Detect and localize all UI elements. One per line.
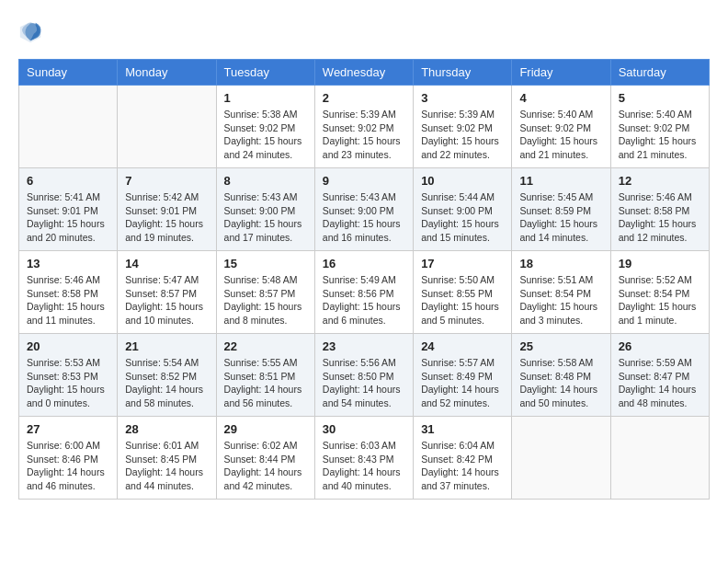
daylight-text: Daylight: 14 hours and 54 minutes. [323,384,401,408]
day-number: 19 [619,257,701,270]
calendar-cell: 31Sunrise: 6:04 AMSunset: 8:42 PMDayligh… [414,417,512,500]
calendar-table: SundayMondayTuesdayWednesdayThursdayFrid… [18,59,710,500]
sunrise-text: Sunrise: 6:03 AM [323,440,396,451]
daylight-text: Daylight: 15 hours and 16 minutes. [323,218,401,243]
sunrise-text: Sunrise: 5:52 AM [619,274,692,285]
day-number: 15 [224,257,307,270]
daylight-text: Daylight: 15 hours and 20 minutes. [27,218,105,243]
sunset-text: Sunset: 8:54 PM [619,288,690,299]
sunrise-text: Sunrise: 5:39 AM [323,109,396,120]
cell-content: Sunrise: 5:56 AMSunset: 8:50 PMDaylight:… [323,356,405,410]
sunset-text: Sunset: 9:00 PM [421,205,493,216]
sunset-text: Sunset: 9:00 PM [224,205,296,216]
daylight-text: Daylight: 15 hours and 8 minutes. [224,301,302,326]
cell-content: Sunrise: 5:43 AMSunset: 9:00 PMDaylight:… [323,190,405,245]
calendar-cell: 25Sunrise: 5:58 AMSunset: 8:48 PMDayligh… [512,334,610,417]
daylight-text: Daylight: 15 hours and 14 minutes. [519,218,597,243]
sunset-text: Sunset: 9:02 PM [619,122,690,133]
sunrise-text: Sunrise: 5:55 AM [224,357,298,368]
daylight-text: Daylight: 15 hours and 24 minutes. [224,135,302,160]
calendar-cell [610,417,709,500]
calendar-cell: 15Sunrise: 5:48 AMSunset: 8:57 PMDayligh… [216,251,314,334]
week-row-3: 13Sunrise: 5:46 AMSunset: 8:58 PMDayligh… [19,251,710,334]
cell-content: Sunrise: 5:45 AMSunset: 8:59 PMDaylight:… [519,190,602,245]
day-number: 26 [619,339,701,353]
cell-content: Sunrise: 5:48 AMSunset: 8:57 PMDaylight:… [224,273,307,327]
sunset-text: Sunset: 9:01 PM [125,205,197,216]
daylight-text: Daylight: 14 hours and 37 minutes. [421,466,499,491]
sunrise-text: Sunrise: 5:50 AM [421,274,495,285]
calendar-cell: 18Sunrise: 5:51 AMSunset: 8:54 PMDayligh… [512,251,610,334]
calendar-cell [19,86,118,168]
day-number: 28 [125,422,208,436]
sunrise-text: Sunrise: 5:57 AM [421,357,495,368]
daylight-text: Daylight: 15 hours and 11 minutes. [27,301,105,326]
sunset-text: Sunset: 8:50 PM [323,371,394,382]
header-saturday: Saturday [610,60,709,86]
calendar-cell: 14Sunrise: 5:47 AMSunset: 8:57 PMDayligh… [118,251,216,334]
calendar-cell: 10Sunrise: 5:44 AMSunset: 9:00 PMDayligh… [414,168,512,251]
calendar-cell: 28Sunrise: 6:01 AMSunset: 8:45 PMDayligh… [118,417,216,500]
week-row-2: 6Sunrise: 5:41 AMSunset: 9:01 PMDaylight… [19,168,710,251]
day-number: 23 [323,339,405,353]
cell-content: Sunrise: 5:47 AMSunset: 8:57 PMDaylight:… [125,273,208,327]
sunset-text: Sunset: 8:49 PM [421,371,493,382]
sunset-text: Sunset: 8:43 PM [323,454,394,465]
daylight-text: Daylight: 15 hours and 12 minutes. [619,218,697,243]
sunset-text: Sunset: 8:57 PM [125,288,197,299]
sunset-text: Sunset: 9:02 PM [224,122,296,133]
daylight-text: Daylight: 15 hours and 5 minutes. [421,301,499,326]
sunrise-text: Sunrise: 6:01 AM [125,440,199,451]
daylight-text: Daylight: 14 hours and 46 minutes. [27,466,105,491]
calendar-cell: 5Sunrise: 5:40 AMSunset: 9:02 PMDaylight… [610,86,709,168]
sunrise-text: Sunrise: 5:42 AM [125,191,199,202]
sunset-text: Sunset: 8:54 PM [519,288,591,299]
sunrise-text: Sunrise: 5:58 AM [519,357,593,368]
sunrise-text: Sunrise: 5:47 AM [125,274,199,285]
daylight-text: Daylight: 14 hours and 40 minutes. [323,466,401,491]
sunset-text: Sunset: 9:02 PM [519,122,591,133]
calendar-cell: 1Sunrise: 5:38 AMSunset: 9:02 PMDaylight… [216,86,314,168]
day-number: 13 [27,257,109,270]
sunrise-text: Sunrise: 5:40 AM [519,109,593,120]
calendar-cell: 22Sunrise: 5:55 AMSunset: 8:51 PMDayligh… [216,334,314,417]
day-number: 30 [323,422,405,436]
sunrise-text: Sunrise: 6:04 AM [421,440,495,451]
day-number: 1 [224,91,307,105]
cell-content: Sunrise: 6:04 AMSunset: 8:42 PMDaylight:… [421,439,504,493]
sunset-text: Sunset: 8:44 PM [224,454,296,465]
daylight-text: Daylight: 15 hours and 21 minutes. [519,135,597,160]
calendar-cell: 11Sunrise: 5:45 AMSunset: 8:59 PMDayligh… [512,168,610,251]
sunrise-text: Sunrise: 5:46 AM [619,191,692,202]
sunset-text: Sunset: 8:53 PM [27,371,98,382]
day-number: 4 [519,91,602,105]
daylight-text: Daylight: 15 hours and 10 minutes. [125,301,203,326]
sunset-text: Sunset: 9:00 PM [323,205,394,216]
sunrise-text: Sunrise: 5:43 AM [323,191,396,202]
day-number: 27 [27,422,109,436]
daylight-text: Daylight: 15 hours and 3 minutes. [519,301,597,326]
day-number: 24 [421,339,504,353]
cell-content: Sunrise: 5:43 AMSunset: 9:00 PMDaylight:… [224,190,307,245]
sunrise-text: Sunrise: 5:51 AM [519,274,593,285]
day-number: 21 [125,339,208,353]
sunrise-text: Sunrise: 5:46 AM [27,274,100,285]
header-wednesday: Wednesday [314,60,413,86]
sunrise-text: Sunrise: 5:54 AM [125,357,199,368]
cell-content: Sunrise: 5:53 AMSunset: 8:53 PMDaylight:… [27,356,109,410]
calendar-cell [512,417,610,500]
sunset-text: Sunset: 8:55 PM [421,288,493,299]
cell-content: Sunrise: 6:03 AMSunset: 8:43 PMDaylight:… [323,439,405,493]
day-number: 29 [224,422,307,436]
day-number: 5 [619,91,701,105]
cell-content: Sunrise: 6:02 AMSunset: 8:44 PMDaylight:… [224,439,307,493]
daylight-text: Daylight: 15 hours and 15 minutes. [421,218,499,243]
day-number: 11 [519,174,602,188]
day-number: 16 [323,257,405,270]
day-number: 12 [619,174,701,188]
sunset-text: Sunset: 8:47 PM [619,371,690,382]
day-number: 8 [224,174,307,188]
calendar-cell: 16Sunrise: 5:49 AMSunset: 8:56 PMDayligh… [314,251,413,334]
calendar-cell: 4Sunrise: 5:40 AMSunset: 9:02 PMDaylight… [512,86,610,168]
header-monday: Monday [118,60,216,86]
